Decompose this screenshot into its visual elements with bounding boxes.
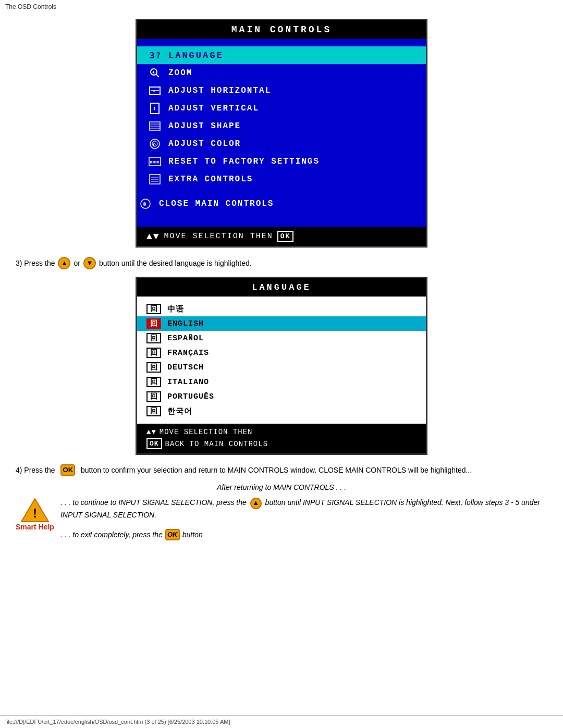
osd-label-extra: EXTRA CONTROLS bbox=[168, 175, 253, 184]
step3-text2: or bbox=[74, 258, 80, 269]
step3-text3: button until the desired language is hig… bbox=[99, 258, 252, 269]
nav-up-icon: ▲▼ bbox=[146, 231, 160, 242]
osd-label-zoom: ZOOM bbox=[168, 68, 192, 78]
reset-icon: ▦▦▦ bbox=[146, 155, 163, 168]
lang-item-italiano[interactable]: 回 ITALIANO bbox=[137, 375, 426, 389]
lang-label-italiano: ITALIANO bbox=[167, 378, 209, 387]
top-bar-label: The OSD Controls bbox=[5, 3, 56, 10]
osd-item-zoom[interactable]: + ZOOM bbox=[137, 64, 426, 82]
zoom-icon: + bbox=[146, 67, 163, 79]
osd-item-adjust-vertical[interactable]: ↕ ADJUST VERTICAL bbox=[137, 100, 426, 117]
lang-label-english: ENGLISH bbox=[167, 319, 204, 328]
lang-item-francais[interactable]: 回 FRANÇAIS bbox=[137, 346, 426, 360]
svg-text:+: + bbox=[152, 70, 156, 75]
lang-icon-chinese: 回 bbox=[146, 304, 161, 314]
osd-label-language: LANGUAGE bbox=[168, 51, 224, 60]
language-footer: ▲▼ MOVE SELECTION THEN OK BACK TO MAIN C… bbox=[137, 424, 426, 453]
lang-icon-korean: 回 bbox=[146, 406, 161, 416]
lang-item-korean[interactable]: 回 한국어 bbox=[137, 404, 426, 418]
main-content: MAIN CONTROLS 3? LANGUAGE + ZOOM bbox=[0, 14, 563, 561]
extra-icon bbox=[146, 173, 163, 186]
help-text-container: . . . to continue to INPUT SIGNAL SELECT… bbox=[60, 497, 547, 540]
lang-icon-italiano: 回 bbox=[146, 377, 161, 387]
osd-item-language[interactable]: 3? LANGUAGE bbox=[137, 46, 426, 64]
lang-icon-english: 回 bbox=[146, 318, 161, 329]
ok-box-lang: OK bbox=[146, 438, 162, 449]
after-returning-text: After returning to MAIN CONTROLS . . . bbox=[16, 483, 547, 491]
smart-text: Smart bbox=[16, 523, 36, 531]
svg-text:◐: ◐ bbox=[153, 142, 156, 147]
osd-item-adjust-shape[interactable]: ADJUST SHAPE bbox=[137, 117, 426, 135]
lang-item-english[interactable]: 回 ENGLISH bbox=[137, 316, 426, 331]
lang-label-deutsch: DEUTSCH bbox=[167, 363, 204, 372]
shape-icon bbox=[146, 120, 163, 132]
warning-triangle-icon: ! bbox=[20, 497, 50, 523]
down-button[interactable]: ▼ bbox=[83, 257, 96, 269]
osd-label-adjust-color: ADJUST COLOR bbox=[168, 139, 241, 149]
lang-label-korean: 한국어 bbox=[167, 406, 192, 416]
lang-footer-text1: MOVE SELECTION THEN bbox=[160, 428, 253, 436]
close-icon: ⊗ bbox=[137, 198, 154, 210]
svg-text:3?: 3? bbox=[150, 51, 161, 60]
lang-icon-espanol: 回 bbox=[146, 333, 161, 343]
lang-item-portugues[interactable]: 回 PORTUGUÊS bbox=[137, 389, 426, 404]
up-button[interactable]: ▲ bbox=[58, 257, 70, 269]
main-controls-title: MAIN CONTROLS bbox=[137, 20, 426, 39]
smart-help-section: ! Smart Help . . . to continue to INPUT … bbox=[16, 497, 547, 540]
step3-instruction: 3) Press the ▲ or ▼ button until the des… bbox=[16, 257, 547, 269]
help-bullet1: . . . to continue to INPUT SIGNAL SELECT… bbox=[60, 497, 547, 521]
lang-footer-text2: BACK TO MAIN CONTROLS bbox=[165, 440, 268, 448]
svg-line-2 bbox=[156, 74, 159, 77]
language-panel: LANGUAGE 回 中语 回 ENGLISH 回 ESPAÑOL 回 FRAN… bbox=[136, 277, 427, 455]
svg-text:!: ! bbox=[33, 506, 37, 520]
bullet1-start: . . . to continue to INPUT SIGNAL SELECT… bbox=[60, 498, 247, 507]
ok-btn-help[interactable]: OK bbox=[165, 529, 180, 540]
ok-button-indicator: OK bbox=[277, 231, 294, 242]
osd-item-reset[interactable]: ▦▦▦ RESET TO FACTORY SETTINGS bbox=[137, 153, 426, 170]
bottom-status-bar: file:///D|/EDFU/crt_17/edoc/english/OSD/… bbox=[0, 715, 563, 728]
lang-icon-portugues: 回 bbox=[146, 391, 161, 402]
lang-footer-line1: ▲▼ MOVE SELECTION THEN bbox=[146, 427, 417, 437]
bottom-bar-text: file:///D|/EDFU/crt_17/edoc/english/OSD/… bbox=[5, 719, 230, 725]
step4-instruction: 4) Press the OK button to confirm your s… bbox=[16, 464, 547, 476]
step3-text1: 3) Press the bbox=[16, 258, 55, 269]
color-icon: ◐ bbox=[146, 138, 163, 150]
lang-label-espanol: ESPAÑOL bbox=[167, 334, 204, 343]
bullet2-start: . . . to exit completely, press the bbox=[60, 529, 163, 540]
svg-text:↕: ↕ bbox=[153, 105, 157, 111]
smart-label: Smart Help bbox=[16, 523, 54, 531]
svg-text:▦▦▦: ▦▦▦ bbox=[150, 160, 160, 164]
osd-item-adjust-horizontal[interactable]: ↔ ADJUST HORIZONTAL bbox=[137, 82, 426, 100]
up-btn-help[interactable]: ▲ bbox=[250, 498, 262, 509]
lang-icon-francais: 回 bbox=[146, 348, 161, 358]
osd-item-close[interactable]: ⊗ CLOSE MAIN CONTROLS bbox=[137, 195, 426, 212]
lang-item-deutsch[interactable]: 回 DEUTSCH bbox=[137, 360, 426, 375]
svg-text:⊗: ⊗ bbox=[143, 201, 148, 207]
lang-label-chinese: 中语 bbox=[167, 304, 184, 314]
lang-icon-deutsch: 回 bbox=[146, 362, 161, 373]
osd-label-adjust-shape: ADJUST SHAPE bbox=[168, 121, 241, 131]
lang-label-portugues: PORTUGUÊS bbox=[167, 392, 214, 401]
osd-label-adjust-vertical: ADJUST VERTICAL bbox=[168, 104, 259, 113]
main-controls-panel: MAIN CONTROLS 3? LANGUAGE + ZOOM bbox=[136, 19, 427, 248]
step4-text1: 4) Press the bbox=[16, 466, 55, 474]
nav-icons-lang: ▲▼ bbox=[146, 428, 156, 436]
smart-help-icon-group: ! Smart Help bbox=[16, 497, 54, 531]
lang-item-chinese[interactable]: 回 中语 bbox=[137, 302, 426, 316]
language-panel-title: LANGUAGE bbox=[137, 278, 426, 297]
osd-label-close: CLOSE MAIN CONTROLS bbox=[159, 199, 274, 208]
bullet2-end: button bbox=[182, 529, 203, 540]
osd-footer-text: MOVE SELECTION THEN bbox=[164, 232, 273, 241]
osd-label-reset: RESET TO FACTORY SETTINGS bbox=[168, 157, 320, 166]
ok-inline-button[interactable]: OK bbox=[60, 464, 75, 476]
osd-item-extra[interactable]: EXTRA CONTROLS bbox=[137, 170, 426, 188]
lang-item-espanol[interactable]: 回 ESPAÑOL bbox=[137, 331, 426, 346]
help-text-label: Help bbox=[39, 523, 54, 531]
osd-item-adjust-color[interactable]: ◐ ADJUST COLOR bbox=[137, 135, 426, 153]
help-bullet2: . . . to exit completely, press the OK b… bbox=[60, 529, 547, 540]
horiz-icon: ↔ bbox=[146, 84, 163, 97]
osd-footer: ▲▼ MOVE SELECTION THEN OK bbox=[137, 227, 426, 246]
step4-text2: button to confirm your selection and ret… bbox=[81, 466, 472, 474]
lang-label-francais: FRANÇAIS bbox=[167, 349, 209, 357]
svg-text:↔: ↔ bbox=[153, 89, 156, 93]
